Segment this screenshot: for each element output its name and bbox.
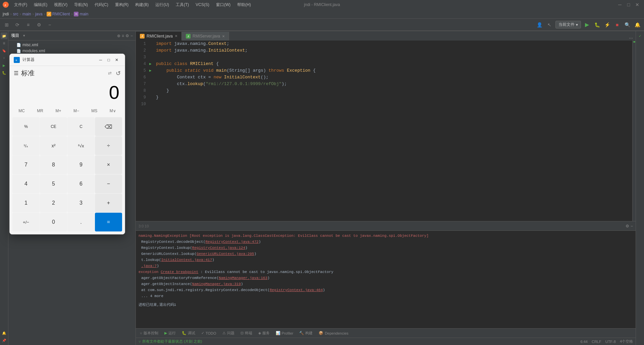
menu-view[interactable]: 视图(V) — [53, 1, 69, 8]
nav-todo[interactable]: ✓ TODO — [199, 329, 219, 337]
minimize-button[interactable]: ─ — [616, 1, 624, 9]
calc-3-button[interactable]: 3 — [67, 194, 95, 212]
link-7[interactable]: NamingManager.java:319 — [192, 282, 241, 286]
status-indent[interactable]: 4个空格 — [620, 339, 633, 344]
toolbar-debug-btn[interactable]: 🐛 — [593, 21, 601, 29]
calc-mlist-button[interactable]: M∨ — [108, 107, 118, 115]
link-3[interactable]: GenericURLContext.java:205 — [197, 252, 254, 256]
nav-run[interactable]: ▶ 运行 — [162, 329, 178, 337]
sidebar-debug2-icon[interactable]: 🐛 — [1, 69, 7, 76]
calc-8-button[interactable]: 8 — [40, 155, 67, 174]
nav-build[interactable]: 🔨 构建 — [297, 329, 315, 337]
link-4[interactable]: InitialContext.java:417 — [161, 258, 212, 262]
file-panel-locate-icon[interactable]: ⊕ — [117, 33, 120, 38]
link-2[interactable]: RegistryContext.java:124 — [192, 246, 245, 250]
toolbar-settings-icon[interactable]: ⚙ — [35, 21, 43, 29]
tab-rmi-client[interactable]: J RMIClient.java ✕ — [136, 32, 182, 41]
project-dropdown-icon[interactable]: ▾ — [23, 33, 25, 38]
calc-1-button[interactable]: 1 — [12, 194, 40, 212]
calc-mminus-button[interactable]: M− — [71, 107, 81, 115]
breadcrumb-main-method[interactable]: main — [79, 12, 88, 16]
nav-terminal[interactable]: ⊡ 终端 — [238, 329, 255, 337]
menu-help[interactable]: 帮助(H) — [236, 1, 252, 8]
sidebar-notifications-icon[interactable]: 🔔 — [1, 330, 7, 336]
calc-backspace-button[interactable]: ⌫ — [95, 117, 122, 136]
calc-c-button[interactable]: C — [67, 117, 95, 136]
menu-nav[interactable]: 导航(N) — [73, 1, 89, 8]
menu-vcs[interactable]: VCS(S) — [194, 2, 211, 8]
toolbar-cursor-icon[interactable]: ↖ — [545, 21, 553, 29]
close-button[interactable]: ✕ — [633, 1, 641, 9]
toolbar-collapse-icon[interactable]: − — [46, 21, 54, 29]
calc-4-button[interactable]: 4 — [12, 175, 40, 193]
calc-maximize-button[interactable]: □ — [105, 56, 113, 64]
sidebar-pin-icon[interactable]: 📌 — [1, 337, 7, 344]
link-8[interactable]: RegistryContext.java:464 — [270, 288, 323, 292]
sidebar-run2-icon[interactable]: ▶ — [1, 62, 7, 69]
status-git[interactable]: ⑂ 所有文件都处于最新状态 (片刻 之前) — [139, 339, 202, 344]
calc-equals-button[interactable]: = — [95, 213, 122, 231]
menu-file[interactable]: 文件(F) — [13, 1, 29, 8]
toolbar-run-btn[interactable]: ▶ — [583, 21, 591, 29]
calc-divide-button[interactable]: ÷ — [95, 136, 122, 155]
breadcrumb-main[interactable]: main — [22, 12, 31, 16]
bottom-panel-settings-icon[interactable]: ⚙ — [626, 224, 629, 228]
calc-multiply-button[interactable]: × — [95, 155, 122, 174]
tab-close-client[interactable]: ✕ — [175, 34, 177, 38]
calc-9-button[interactable]: 9 — [67, 155, 95, 174]
nav-profiler[interactable]: 📊 Profiler — [273, 329, 296, 337]
calc-negate-button[interactable]: +/− — [12, 213, 40, 231]
status-encoding[interactable]: UTF-8 — [605, 340, 616, 344]
calc-5-button[interactable]: 5 — [40, 175, 67, 193]
toolbar-notifications-icon[interactable]: 🔔 — [633, 21, 641, 29]
calc-hamburger-icon[interactable]: ☰ — [14, 70, 18, 76]
tab-rmi-server[interactable]: J RMIServer.java ✕ — [182, 32, 229, 41]
toolbar-stop-btn[interactable]: ■ — [613, 21, 621, 29]
calc-percent-button[interactable]: % — [12, 117, 40, 136]
calc-ms-button[interactable]: MS — [89, 107, 99, 115]
file-panel-hide-icon[interactable]: − — [130, 33, 133, 38]
sidebar-git-icon[interactable]: ⑂ — [1, 55, 7, 61]
link-1[interactable]: RegistryContext.java:472 — [205, 240, 258, 244]
code-scroll[interactable]: 1 import javax.naming.Context; 2 import … — [136, 41, 632, 221]
toolbar-current-file-dropdown[interactable]: 当前文件 ▾ — [555, 21, 581, 28]
link-5[interactable]: .java:7 — [141, 264, 157, 268]
breadcrumb-java[interactable]: java — [35, 12, 43, 16]
bottom-panel-minimize-icon[interactable]: − — [631, 224, 633, 228]
calc-sqrt-button[interactable]: ²√x — [67, 136, 95, 155]
nav-version-control[interactable]: ⑂ 版本控制 — [137, 329, 161, 337]
menu-refactor[interactable]: 重构(R) — [114, 1, 130, 8]
tree-item-misc-xml[interactable]: 📄 misc.xml — [10, 42, 134, 48]
calc-decimal-button[interactable]: . — [67, 213, 95, 231]
calc-reciprocal-button[interactable]: ¹/ₓ — [12, 136, 40, 155]
sidebar-structure-icon[interactable]: ≡ — [1, 40, 7, 47]
menu-tools[interactable]: 工具(T) — [174, 1, 190, 8]
sidebar-project-icon[interactable]: 📁 — [1, 32, 7, 39]
toolbar-search-btn[interactable]: 🔍 — [623, 21, 631, 29]
toolbar-profile-icon[interactable]: 👤 — [535, 21, 543, 29]
calc-2-button[interactable]: 2 — [40, 194, 67, 212]
breadcrumb-rmiclient[interactable]: RMIClient — [52, 12, 70, 16]
toolbar-sync-icon[interactable]: ⟳ — [13, 21, 21, 29]
calc-0-button[interactable]: 0 — [40, 213, 67, 231]
menu-edit[interactable]: 编辑(E) — [33, 1, 49, 8]
toolbar-project-icon[interactable]: ⊞ — [3, 21, 11, 29]
calc-convert-icon[interactable]: ⇄ — [108, 71, 112, 76]
sidebar-bookmarks-icon[interactable]: 🔖 — [1, 47, 7, 54]
menu-build[interactable]: 构建(B) — [134, 1, 150, 8]
file-panel-collapse-icon[interactable]: ≡ — [122, 33, 124, 38]
calc-minimize-button[interactable]: ─ — [97, 56, 105, 64]
calc-add-button[interactable]: + — [95, 194, 122, 212]
calc-mc-button[interactable]: MC — [16, 107, 27, 115]
link-6[interactable]: NamingManager.java:163 — [219, 276, 267, 280]
nav-dependencies[interactable]: 📦 Dependencies — [316, 329, 351, 337]
calc-ce-button[interactable]: CE — [40, 117, 67, 136]
calc-close-button[interactable]: ✕ — [113, 56, 121, 64]
breadcrumb-src[interactable]: src — [13, 12, 18, 16]
maximize-button[interactable]: □ — [625, 1, 633, 9]
status-line-ending[interactable]: CRLF — [592, 340, 601, 344]
calc-7-button[interactable]: 7 — [12, 155, 40, 174]
calc-history-icon[interactable]: ↺ — [116, 70, 121, 77]
breakpoint-link[interactable]: Create breakpoint — [161, 270, 198, 274]
right-sidebar-icon-1[interactable]: ✓ — [637, 32, 643, 39]
